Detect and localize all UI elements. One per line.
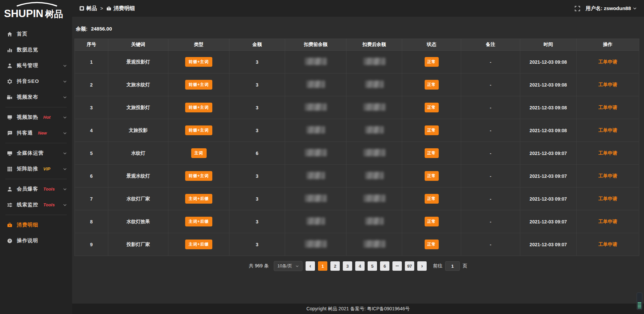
goto-label: 前往 [433,263,442,269]
pagination-page-6[interactable]: 6 [380,261,389,271]
cell-balance-before [285,119,346,142]
footer: Copyright 树品 2021 备案号: 粤ICP备09019646号 [72,304,644,314]
pagination-page-97[interactable]: 97 [405,261,414,271]
sidebar-item-consumption-detail[interactable]: 消费明细 [0,217,72,233]
chevron-down-icon [63,64,67,67]
type-badge: 主词+后缀 [185,240,212,249]
pagination-prev-button[interactable]: ‹ [306,261,315,271]
chevron-down-icon [633,7,637,10]
floating-widget[interactable] [637,293,642,310]
blurred-balance [363,58,385,65]
top-bar: 树品 > 消费明细 用户名: zswodun88 [72,0,644,17]
floating-widget-stripes [638,302,641,308]
chat-icon [7,130,12,136]
sidebar-item-home[interactable]: 首页 [0,26,72,42]
cell-time: 2021-12-03 09:07 [520,233,577,256]
work-order-link[interactable]: 工单申请 [598,82,617,87]
sidebar-item-video-heat[interactable]: 视频加热 Hot [0,109,72,125]
sidebar-item-clue-monitor[interactable]: 线索监控 Tools [0,197,72,213]
app-square-icon [79,6,84,11]
pagination-page-4[interactable]: 4 [355,261,365,271]
cell-index: 4 [75,119,108,142]
sidebar-item-all-media[interactable]: 全媒体运营 [0,145,72,161]
cell-balance-after [346,210,402,233]
fullscreen-icon[interactable] [575,6,580,11]
pagination-page-2[interactable]: 2 [330,261,340,271]
work-order-link[interactable]: 工单申请 [598,242,617,247]
blurred-balance [305,240,327,248]
cell-action: 工单申请 [577,142,639,165]
cell-note: - [461,188,520,210]
blurred-balance [305,103,327,111]
col-header-time: 时间 [520,39,577,51]
cell-keyword: 文旅投影 [108,119,168,142]
cell-amount: 3 [229,119,285,142]
breadcrumb-home[interactable]: 树品 [79,5,97,12]
cell-balance-after [346,142,402,165]
user-menu[interactable]: 用户名: zswodun88 [586,5,637,12]
screen-icon [7,114,12,120]
cell-note: - [461,233,520,256]
pagination-next-button[interactable]: › [417,261,427,271]
sidebar-item-matrix-boost[interactable]: 矩阵助推 VIP [0,161,72,177]
gear-icon [7,78,12,84]
sidebar-item-label: 视频发布 [17,94,38,100]
work-order-link[interactable]: 工单申请 [598,59,617,64]
cell-keyword: 景观水纹灯 [108,165,168,188]
monitor-icon [7,150,12,156]
pagination-page-5[interactable]: 5 [368,261,377,271]
sidebar-item-douketong[interactable]: 抖客通 New [0,125,72,141]
breadcrumb-home-label: 树品 [86,5,97,12]
sidebar-item-member-burst[interactable]: 会员爆客 Tools [0,181,72,197]
pagination-ellipsis[interactable]: ••• [392,261,402,271]
goto-page-input[interactable] [445,261,460,271]
balance-label: 余额: [76,26,88,32]
cell-action: 工单申请 [577,51,639,73]
cell-action: 工单申请 [577,165,639,188]
sidebar-item-account-mgmt[interactable]: 账号管理 [0,58,72,73]
sidebar-item-instructions[interactable]: ? 操作说明 [0,233,72,249]
sidebar-item-label: 线索监控 [17,202,38,208]
page-size-value: 10条/页 [277,263,292,269]
work-order-link[interactable]: 工单申请 [598,196,617,201]
type-badge: 前缀+主词 [185,125,212,135]
pagination-page-1[interactable]: 1 [318,261,327,271]
app-logo[interactable]: SHUPIN 树品 [0,0,72,21]
grid-icon [7,166,12,172]
work-order-link[interactable]: 工单申请 [598,173,617,178]
chevron-down-icon [63,132,67,135]
work-order-link[interactable]: 工单申请 [598,127,617,133]
cell-amount: 3 [229,233,285,256]
cell-status: 正常 [402,73,461,96]
type-badge: 主词+后缀 [185,217,212,226]
col-header-keyword: 关键词 [108,39,168,51]
chevron-down-icon [63,96,67,99]
cell-status: 正常 [402,210,461,233]
breadcrumb-separator: > [100,6,103,11]
cell-balance-before [285,96,346,119]
cell-balance-after [346,73,402,96]
sidebar-item-video-publish[interactable]: 视频发布 [0,89,72,105]
status-badge: 正常 [425,240,439,249]
logo-text-cn: 树品 [45,10,63,19]
page-size-select[interactable]: 10条/页 [274,261,303,271]
balance-value: 24856.00 [91,26,112,32]
chevron-down-icon [63,188,67,191]
cell-type: 前缀+主词 [168,165,229,188]
cell-type: 主词 [168,142,229,165]
cell-amount: 3 [229,73,285,96]
pagination-page-3[interactable]: 3 [343,261,352,271]
sidebar-item-douyin-seo[interactable]: 抖音SEO [0,73,72,89]
cell-note: - [461,51,520,73]
type-badge: 前缀+主词 [185,171,212,181]
sidebar-item-data-overview[interactable]: 数据总览 [0,42,72,58]
cell-type: 前缀+主词 [168,51,229,73]
work-order-link[interactable]: 工单申请 [598,105,617,110]
cell-status: 正常 [402,96,461,119]
cell-action: 工单申请 [577,96,639,119]
work-order-link[interactable]: 工单申请 [598,219,617,224]
work-order-link[interactable]: 工单申请 [598,150,617,156]
blurred-balance [363,103,385,111]
cell-amount: 3 [229,96,285,119]
cell-time: 2021-12-03 09:08 [520,96,577,119]
